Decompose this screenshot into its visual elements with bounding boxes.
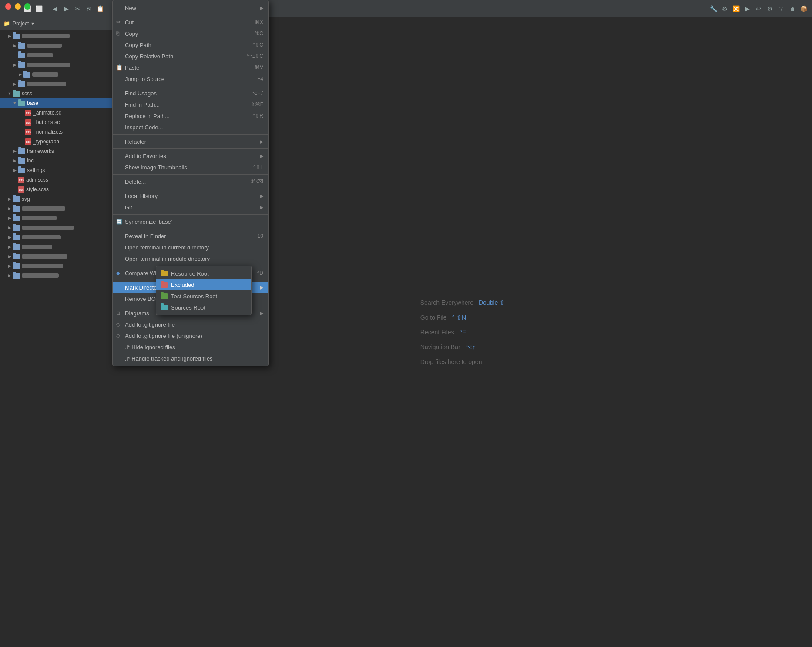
gitignore-unignore-icon: ◇ — [116, 333, 120, 339]
menu-item-terminal-current[interactable]: Open terminal in current directory — [113, 242, 268, 253]
tree-item-svg[interactable]: ▶ svg — [0, 194, 113, 204]
menu-item-paste[interactable]: 📋 Paste ⌘V — [113, 62, 268, 73]
close-button[interactable] — [5, 3, 11, 10]
menu-item-hide-ignored[interactable]: .i* Hide ignored files — [113, 341, 268, 353]
tree-item-normalize[interactable]: css _normalize.s — [0, 127, 113, 137]
tree-arrow: ▶ — [7, 273, 12, 278]
hint-text-nav: Navigation Bar — [420, 344, 460, 350]
folder-icon — [18, 81, 25, 87]
menu-item-handle-tracked[interactable]: .i* Handle tracked and ignored files — [113, 353, 268, 364]
tree-label-settings: settings — [27, 167, 45, 173]
toolbar-right-5[interactable]: ↩ — [754, 4, 763, 13]
menu-item-refactor[interactable]: Refactor ▶ — [113, 136, 268, 147]
tree-item-buttons[interactable]: css _buttons.sc — [0, 118, 113, 127]
submenu-item-test-sources[interactable]: Test Sources Root — [156, 290, 251, 302]
tree-item-frameworks[interactable]: ▶ frameworks — [0, 146, 113, 156]
menu-item-find-path[interactable]: Find in Path... ⇧⌘F — [113, 99, 268, 110]
toolbar-right-2[interactable]: ⚙ — [720, 4, 729, 13]
minimize-button[interactable] — [15, 3, 21, 10]
tree-item-animate[interactable]: css _animate.sc — [0, 108, 113, 118]
tree-item-settings[interactable]: ▶ settings — [0, 165, 113, 175]
tree-item-blur-1[interactable]: ▶ — [0, 31, 113, 41]
tree-arrow — [19, 120, 24, 125]
menu-item-inspect-code[interactable]: Inspect Code... — [113, 121, 268, 133]
menu-item-find-usages[interactable]: Find Usages ⌥F7 — [113, 88, 268, 99]
tree-item-style[interactable]: css style.scss — [0, 185, 113, 194]
tree-item-blur-12[interactable]: ▶ — [0, 252, 113, 261]
menu-item-favorites[interactable]: Add to Favorites ▶ — [113, 150, 268, 162]
menu-label-terminal-module: Open terminal in module directory — [125, 256, 263, 262]
tree-item-scss[interactable]: ▼ scss — [0, 89, 113, 98]
panel-dropdown-arrow[interactable]: ▾ — [31, 20, 34, 27]
maximize-button[interactable] — [24, 3, 30, 10]
resource-root-icon — [161, 271, 168, 276]
toolbar-right-7[interactable]: ? — [776, 4, 786, 13]
toolbar-right-6[interactable]: ⚙ — [765, 4, 775, 13]
tree-item-blur-5[interactable]: ▶ — [0, 70, 113, 79]
toolbar-right-3[interactable]: 🔀 — [731, 4, 741, 13]
menu-label-git: Git — [125, 204, 258, 211]
tree-item-blur-7[interactable]: ▶ — [0, 204, 113, 213]
menu-label-local-history: Local History — [125, 193, 258, 199]
menu-item-cut[interactable]: ✂ Cut ⌘X — [113, 17, 268, 28]
menu-item-new[interactable]: New ▶ — [113, 2, 268, 13]
menu-sep-1 — [113, 15, 268, 15]
menu-label-refactor: Refactor — [125, 138, 258, 145]
menu-item-sync[interactable]: 🔄 Synchronize 'base' — [113, 216, 268, 227]
menu-item-thumbnails[interactable]: Show Image Thumbnails ^⇧T — [113, 162, 268, 173]
tree-item-base[interactable]: ▼ base — [0, 98, 113, 108]
folder-icon-scss — [13, 91, 20, 97]
submenu-item-resource-root[interactable]: Resource Root — [156, 268, 251, 279]
menu-item-gitignore[interactable]: ◇ Add to .gitignore file — [113, 319, 268, 330]
menu-item-local-history[interactable]: Local History ▶ — [113, 190, 268, 202]
menu-arrow-favorites: ▶ — [260, 153, 263, 159]
toolbar-icon-2[interactable]: ⬜ — [34, 4, 44, 13]
tree-arrow — [19, 110, 24, 115]
tree-label-blur — [27, 44, 62, 48]
menu-item-copy[interactable]: ⎘ Copy ⌘C — [113, 28, 268, 39]
menu-item-delete[interactable]: Delete... ⌘⌫ — [113, 176, 268, 187]
menu-item-git[interactable]: Git ▶ — [113, 202, 268, 213]
menu-label-copy-rel-path: Copy Relative Path — [125, 53, 238, 60]
tree-item-blur-10[interactable]: ▶ — [0, 233, 113, 242]
folder-icon — [13, 254, 20, 259]
submenu-item-excluded[interactable]: Excluded — [156, 279, 251, 290]
toolbar-right-4[interactable]: ▶ — [742, 4, 752, 13]
menu-item-reveal[interactable]: Reveal in Finder F10 — [113, 230, 268, 242]
menu-item-jump-source[interactable]: Jump to Source F4 — [113, 73, 268, 84]
tree-item-blur-11[interactable]: ▶ — [0, 242, 113, 252]
hint-text-drop: Drop files here to open — [420, 358, 482, 365]
editor-hints: Search Everywhere Double ⇧ Go to File ^ … — [420, 299, 505, 365]
menu-item-replace-path[interactable]: Replace in Path... ^⇧R — [113, 110, 268, 121]
tree-item-adm[interactable]: css adm.scss — [0, 175, 113, 185]
folder-icon — [13, 263, 20, 269]
tree-item-blur-2[interactable]: ▶ — [0, 41, 113, 51]
menu-item-terminal-module[interactable]: Open terminal in module directory — [113, 253, 268, 264]
tree-item-blur-3[interactable] — [0, 51, 113, 60]
tree-item-blur-13[interactable]: ▶ — [0, 261, 113, 271]
menu-label-gitignore: Add to .gitignore file — [125, 321, 263, 328]
submenu-item-sources-root[interactable]: Sources Root — [156, 302, 251, 313]
menu-item-gitignore-unignore[interactable]: ◇ Add to .gitignore file (unignore) — [113, 330, 268, 341]
toolbar-copy[interactable]: ⎘ — [84, 4, 94, 13]
folder-icon — [13, 273, 20, 279]
tree-item-blur-14[interactable]: ▶ — [0, 271, 113, 280]
toolbar-forward[interactable]: ▶ — [61, 4, 71, 13]
tree-item-typography[interactable]: css _typograph — [0, 137, 113, 146]
menu-shortcut-copy-path: ^⇧C — [253, 42, 263, 48]
toolbar-right-9[interactable]: 📦 — [799, 4, 809, 13]
tree-item-blur-6[interactable]: ▶ — [0, 79, 113, 89]
tree-label-adm: adm.scss — [26, 177, 48, 183]
file-tree: ▶ ▶ ▶ ▶ — [0, 30, 113, 282]
menu-item-copy-path[interactable]: Copy Path ^⇧C — [113, 39, 268, 51]
toolbar-right-8[interactable]: 🖥 — [788, 4, 797, 13]
toolbar-paste[interactable]: 📋 — [95, 4, 105, 13]
tree-item-blur-4[interactable]: ▶ — [0, 60, 113, 70]
toolbar-cut[interactable]: ✂ — [73, 4, 82, 13]
menu-item-copy-rel-path[interactable]: Copy Relative Path ^⌥⇧C — [113, 51, 268, 62]
toolbar-right-1[interactable]: 🔧 — [708, 4, 718, 13]
tree-item-blur-8[interactable]: ▶ — [0, 213, 113, 223]
tree-item-blur-9[interactable]: ▶ — [0, 223, 113, 233]
tree-item-inc[interactable]: ▶ inc — [0, 156, 113, 165]
toolbar-back[interactable]: ◀ — [50, 4, 60, 13]
